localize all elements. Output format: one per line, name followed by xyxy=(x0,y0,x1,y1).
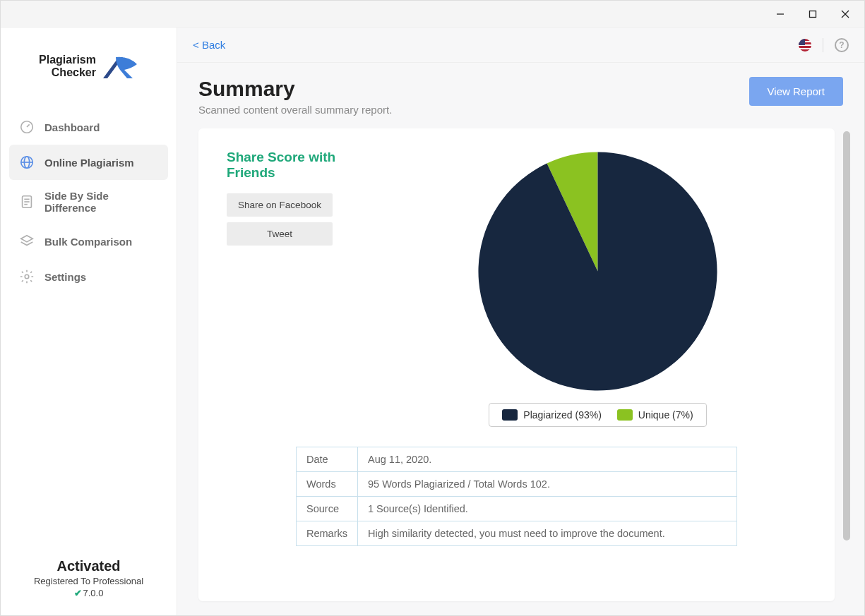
detail-key: Source xyxy=(297,497,358,521)
svg-point-12 xyxy=(25,274,29,279)
window-titlebar xyxy=(1,1,864,28)
detail-key: Words xyxy=(297,472,358,497)
app-logo: Plagiarism Checker xyxy=(1,28,177,105)
close-button[interactable] xyxy=(829,4,861,25)
sidebar-item-label: Bulk Comparison xyxy=(44,236,132,248)
legend-swatch xyxy=(617,409,633,421)
sidebar-item-label: Settings xyxy=(44,271,86,283)
scrollbar-thumb[interactable] xyxy=(843,131,850,540)
sidebar-item-label: Online Plagiarism xyxy=(44,157,134,169)
sidebar-item-side-by-side[interactable]: Side By Side Difference xyxy=(9,180,168,224)
gear-icon xyxy=(19,269,35,284)
detail-key: Date xyxy=(297,447,358,472)
legend-item: Plagiarized (93%) xyxy=(502,409,602,421)
share-tweet-button[interactable]: Tweet xyxy=(227,222,333,246)
activated-label: Activated xyxy=(6,558,171,574)
logo-line2: Checker xyxy=(39,66,96,79)
divider xyxy=(823,38,823,52)
legend-label: Plagiarized (93%) xyxy=(523,409,602,421)
logo-x-icon xyxy=(102,53,138,80)
globe-icon xyxy=(19,155,35,170)
sidebar-footer: Activated Registered To Professional ✔7.… xyxy=(1,545,177,615)
sidebar: Plagiarism Checker Dashboard Online xyxy=(1,28,177,615)
table-row: Source1 Source(s) Identified. xyxy=(297,497,737,521)
layers-icon xyxy=(19,234,35,249)
plagiarism-pie-chart xyxy=(476,150,720,393)
sidebar-item-label: Side By Side Difference xyxy=(44,190,158,214)
table-row: RemarksHigh similarity detected, you mus… xyxy=(297,521,737,546)
back-link[interactable]: < Back xyxy=(193,39,225,51)
view-report-button[interactable]: View Report xyxy=(749,77,843,106)
document-icon xyxy=(19,194,35,210)
detail-value: 1 Source(s) Identified. xyxy=(358,497,737,521)
svg-rect-1 xyxy=(810,11,816,17)
registered-label: Registered To Professional xyxy=(6,576,171,586)
page-title: Summary xyxy=(198,77,392,101)
sidebar-item-online-plagiarism[interactable]: Online Plagiarism xyxy=(9,145,168,180)
help-icon[interactable]: ? xyxy=(835,38,849,52)
check-icon: ✔ xyxy=(74,588,82,598)
language-flag-icon[interactable] xyxy=(799,39,811,52)
detail-value: High similarity detected, you must need … xyxy=(358,521,737,546)
sidebar-item-dashboard[interactable]: Dashboard xyxy=(9,109,168,145)
gauge-icon xyxy=(19,119,35,135)
minimize-button[interactable] xyxy=(764,4,797,25)
version-label: 7.0.0 xyxy=(83,588,104,598)
detail-value: 95 Words Plagiarized / Total Words 102. xyxy=(358,472,737,497)
sidebar-item-bulk-comparison[interactable]: Bulk Comparison xyxy=(9,224,168,259)
logo-line1: Plagiarism xyxy=(39,54,96,66)
legend-label: Unique (7%) xyxy=(638,409,693,421)
legend-item: Unique (7%) xyxy=(617,409,693,421)
detail-value: Aug 11, 2020. xyxy=(358,447,737,472)
pie-slice-plagiarized xyxy=(478,152,717,390)
sidebar-item-label: Dashboard xyxy=(44,121,100,133)
sidebar-item-settings[interactable]: Settings xyxy=(9,259,168,294)
maximize-button[interactable] xyxy=(797,4,829,25)
table-row: Words95 Words Plagiarized / Total Words … xyxy=(297,472,737,497)
summary-card: Share Score with Friends Share on Facebo… xyxy=(198,128,835,601)
table-row: DateAug 11, 2020. xyxy=(297,447,737,472)
scrollbar[interactable] xyxy=(843,128,850,601)
legend-swatch xyxy=(502,409,518,421)
page-subtitle: Scanned content overall summary report. xyxy=(198,104,392,116)
share-facebook-button[interactable]: Share on Facebook xyxy=(227,193,333,217)
share-title: Share Score with Friends xyxy=(227,150,368,181)
details-table: DateAug 11, 2020.Words95 Words Plagiariz… xyxy=(296,447,737,546)
chart-legend: Plagiarized (93%)Unique (7%) xyxy=(489,403,706,427)
detail-key: Remarks xyxy=(297,521,358,546)
